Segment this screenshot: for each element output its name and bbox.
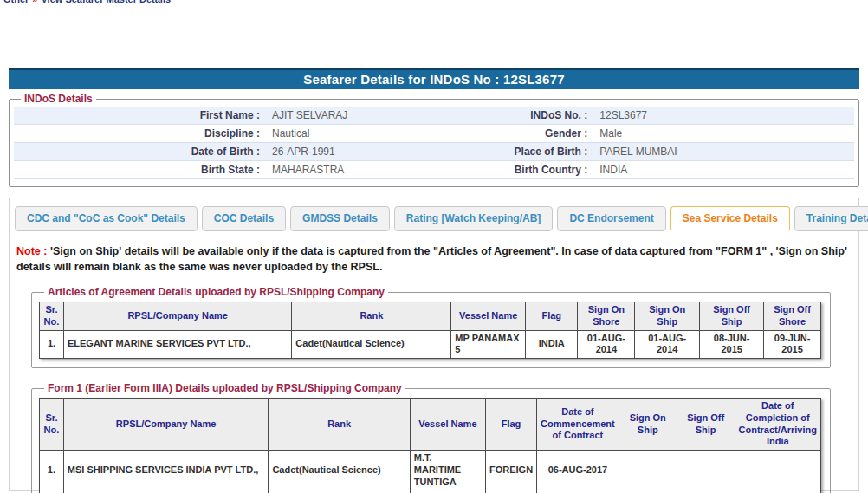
tab-rating-watch-keeping-ab[interactable]: Rating [Watch Keeping/AB] [394, 206, 554, 231]
note-text: 'Sign on Ship' details will be available… [16, 245, 847, 273]
column-header-sr-no: Sr. No. [40, 302, 64, 331]
articles-of-agreement-legend: Articles of Agreement Details uploaded b… [44, 286, 388, 298]
indos-details-table: First Name : AJIT SELVARAJ INDoS No. : 1… [14, 107, 854, 179]
discipline-label: Discipline : [14, 125, 266, 143]
column-header-date-of-completion: Date of Completion of Contract/Arriving … [735, 399, 821, 451]
column-header-rpsl-company-name: RPSL/Company Name [63, 399, 269, 451]
cell-sign-on-shore: 01-AUG-2014 [578, 330, 635, 359]
tab-bar: CDC and "CoC as Cook" Details COC Detail… [14, 206, 850, 231]
place-of-birth-value: PAREL MUMBAI [593, 143, 854, 161]
breadcrumb-separator: » [29, 0, 41, 4]
column-header-rank: Rank [292, 302, 451, 331]
cell-sign-on-ship: 01-AUG-2014 [635, 330, 700, 359]
tab-gmdss-details[interactable]: GMDSS Details [290, 206, 390, 231]
breadcrumb-clip-region: Other»View Seafarer Master Details [0, 0, 868, 5]
column-header-flag: Flag [485, 399, 536, 451]
cell-date-of-commencement: 06-AUG-2017 [537, 451, 619, 490]
column-header-sign-on-shore: Sign On Shore [578, 302, 635, 331]
articles-of-agreement-fieldset: Articles of Agreement Details uploaded b… [31, 286, 831, 368]
breadcrumb-current-page: View Seafarer Master Details [41, 0, 171, 4]
first-name-label: First Name : [14, 107, 266, 125]
column-header-vessel-name: Vessel Name [410, 399, 485, 451]
table-header-row: Sr. No. RPSL/Company Name Rank Vessel Na… [40, 302, 821, 331]
indos-details-fieldset: INDoS Details First Name : AJIT SELVARAJ… [9, 93, 859, 187]
cell-sr-no: 1. [40, 330, 64, 359]
indos-row-name: First Name : AJIT SELVARAJ INDoS No. : 1… [14, 107, 854, 125]
form1-legend: Form 1 (Earlier Form IIIA) Details uploa… [44, 382, 405, 394]
column-header-sign-off-shore: Sign Off Shore [764, 302, 821, 331]
form1-fieldset: Form 1 (Earlier Form IIIA) Details uploa… [31, 382, 831, 493]
birth-country-label: Birth Country : [430, 161, 593, 179]
indos-no-value: 12SL3677 [593, 107, 854, 125]
cell-rank: Cadet(Nautical Science) [292, 330, 451, 359]
page-title: Seafarer Details for INDoS No : 12SL3677 [9, 68, 859, 89]
birth-country-value: INDIA [593, 161, 854, 179]
birth-state-value: MAHARASTRA [266, 161, 430, 179]
cell-vessel-name: MP PANAMAX 5 [451, 330, 526, 359]
column-header-sign-on-ship: Sign On Ship [619, 399, 677, 451]
indos-row-discipline: Discipline : Nautical Gender : Male [14, 125, 854, 143]
tab-dc-endorsement[interactable]: DC Endorsement [557, 206, 665, 231]
cell-sr-no: 1. [40, 451, 64, 490]
column-header-sign-on-ship: Sign On Ship [635, 302, 700, 331]
table-header-row: Sr. No. RPSL/Company Name Rank Vessel Na… [40, 399, 821, 451]
column-header-vessel-name: Vessel Name [451, 302, 526, 331]
form1-table: Sr. No. RPSL/Company Name Rank Vessel Na… [39, 398, 821, 493]
first-name-value: AJIT SELVARAJ [266, 107, 430, 125]
cell-rpsl-company-name: MSI SHIPPING SERVICES INDIA PVT LTD., [63, 451, 269, 490]
birth-state-label: Birth State : [14, 161, 266, 179]
articles-of-agreement-table: Sr. No. RPSL/Company Name Rank Vessel Na… [39, 302, 821, 359]
cell-rank: Cadet(Nautical Science) [269, 451, 410, 490]
discipline-value: Nautical [266, 125, 430, 143]
cell-sign-off-ship: 08-JUN-2015 [700, 330, 764, 359]
table-row: 1. MSI SHIPPING SERVICES INDIA PVT LTD.,… [40, 451, 821, 490]
column-header-rank: Rank [269, 399, 410, 451]
cell-sign-off-shore: 09-JUN-2015 [764, 330, 821, 359]
cell-rpsl-company-name: ELEGANT MARINE SERVICES PVT LTD., [63, 330, 291, 359]
column-header-flag: Flag [526, 302, 578, 331]
cell-flag: INDIA [526, 330, 578, 359]
date-of-birth-label: Date of Birth : [14, 143, 266, 161]
table-row: 1. ELEGANT MARINE SERVICES PVT LTD., Cad… [40, 330, 821, 359]
cell-sign-on-ship [619, 451, 677, 490]
gender-value: Male [593, 125, 854, 143]
breadcrumb-link-other[interactable]: Other [3, 0, 29, 4]
column-header-sign-off-ship: Sign Off Ship [700, 302, 764, 331]
indos-row-birth-state: Birth State : MAHARASTRA Birth Country :… [14, 161, 854, 179]
sign-on-ship-note: Note : 'Sign on Ship' details will be av… [16, 244, 847, 275]
date-of-birth-value: 26-APR-1991 [266, 143, 430, 161]
indos-details-legend: INDoS Details [21, 93, 96, 105]
tab-content-panel: CDC and "CoC as Cook" Details COC Detail… [9, 198, 859, 491]
gender-label: Gender : [430, 125, 593, 143]
tab-sea-service-details[interactable]: Sea Service Details [670, 206, 790, 231]
place-of-birth-label: Place of Birth : [430, 143, 593, 161]
indos-row-birth-date: Date of Birth : 26-APR-1991 Place of Bir… [14, 143, 854, 161]
column-header-sign-off-ship: Sign Off Ship [677, 399, 735, 451]
column-header-sr-no: Sr. No. [40, 399, 64, 451]
cell-sign-off-ship [677, 451, 735, 490]
indos-no-label: INDoS No. : [430, 107, 593, 125]
cell-vessel-name: M.T. MARITIME TUNTIGA [410, 451, 485, 490]
column-header-rpsl-company-name: RPSL/Company Name [63, 302, 291, 331]
note-label: Note : [16, 245, 47, 257]
breadcrumb: Other»View Seafarer Master Details [0, 0, 868, 4]
tab-coc-details[interactable]: COC Details [202, 206, 286, 231]
cell-date-of-completion [735, 451, 821, 490]
tab-training-details[interactable]: Training Details [794, 206, 868, 231]
cell-flag: FOREIGN [485, 451, 536, 490]
column-header-date-of-commencement: Date of Commencement of Contract [537, 399, 619, 451]
tab-cdc-coc-as-cook-details[interactable]: CDC and "CoC as Cook" Details [15, 206, 198, 231]
